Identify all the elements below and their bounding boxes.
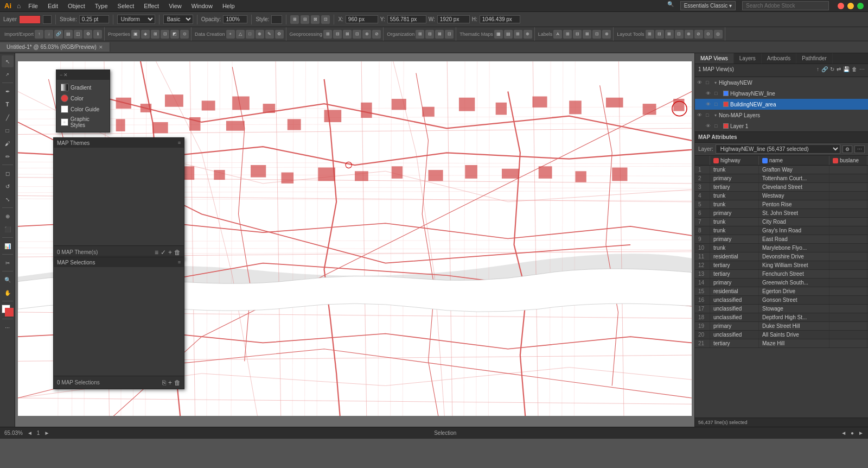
table-row[interactable]: 11 residential Devonshire Drive xyxy=(695,252,868,261)
mv-save-btn[interactable]: 💾 xyxy=(843,66,850,72)
lt-btn-6[interactable]: ⊘ xyxy=(694,30,703,39)
canvas-area[interactable]: − ✕ Gradient Color Color Guide ≡ xyxy=(15,53,694,427)
link-btn[interactable]: 🔗 xyxy=(54,30,63,39)
gradient-item[interactable]: Gradient xyxy=(59,82,107,93)
map-selections-options-btn[interactable]: ≡ xyxy=(178,260,181,265)
map-attributes-table[interactable]: highway name buslane 1 trunk Grafton Way xyxy=(695,156,868,418)
align-btn-2[interactable]: ⊟ xyxy=(301,15,309,24)
mv-link-btn[interactable]: 🔗 xyxy=(821,66,828,72)
mv-delete-btn[interactable]: 🗑 xyxy=(852,66,857,72)
layer-row-highwaynew[interactable]: 👁 □ ▾ HighwayNEW xyxy=(695,77,868,88)
geo-btn-4[interactable]: ⊡ xyxy=(353,30,361,39)
sel-del-btn[interactable]: 🗑 xyxy=(174,379,181,387)
org-btn-1[interactable]: ⊞ xyxy=(416,30,424,39)
layer-row-nonmap[interactable]: 👁 □ ▾ Non-MAP Layers xyxy=(695,110,868,121)
org-btn-4[interactable]: ⊡ xyxy=(445,30,454,39)
table-row[interactable]: 7 trunk City Road xyxy=(695,218,868,226)
table-row[interactable]: 20 unclassified All Saints Drive xyxy=(695,331,868,339)
dc-btn-4[interactable]: ⊕ xyxy=(256,30,264,39)
scale-tool[interactable]: ⤡ xyxy=(2,193,14,205)
layer-row-buildingnew[interactable]: 👁 □ BuildingNEW_area xyxy=(695,99,868,110)
table-row[interactable]: 18 unclassified Deptford High St... xyxy=(695,313,868,322)
mv-sync-btn[interactable]: ⇄ xyxy=(837,66,841,72)
essentials-dropdown[interactable]: Essentials Classic ▾ xyxy=(680,1,736,10)
map-themes-check-btn[interactable]: ✓ xyxy=(161,249,166,256)
sel-add-btn[interactable]: + xyxy=(168,379,172,387)
org-btn-3[interactable]: ⊠ xyxy=(435,30,444,39)
map-themes-del-btn[interactable]: 🗑 xyxy=(174,249,181,256)
table-row[interactable]: 21 tertiary Maze Hill xyxy=(695,339,868,348)
window-maximize-btn[interactable] xyxy=(857,3,864,9)
dc-btn-1[interactable]: + xyxy=(226,30,235,39)
lt-btn-1[interactable]: ⊞ xyxy=(646,30,654,39)
menu-window[interactable]: Window xyxy=(187,2,217,10)
stroke-value-input[interactable] xyxy=(79,15,109,23)
layer-row-layer1[interactable]: 👁 □ Layer 1 xyxy=(695,121,868,131)
prop-btn-2[interactable]: ◈ xyxy=(141,30,150,39)
graphic-styles-item[interactable]: ≡ Graphic Styles xyxy=(59,115,107,130)
info-btn[interactable]: ℹ xyxy=(93,30,102,39)
menu-view[interactable]: View xyxy=(164,2,186,10)
nav-prev-btn[interactable]: ◄ xyxy=(27,430,33,436)
tab-pathfinder[interactable]: Pathfinder xyxy=(796,53,833,64)
menu-object[interactable]: Object xyxy=(63,2,90,10)
mv-refresh-btn[interactable]: ↻ xyxy=(830,66,834,72)
map-selections-header[interactable]: MAP Selections ≡ xyxy=(54,257,184,267)
stroke-style-select[interactable]: Basic xyxy=(163,15,193,24)
tab-map-views[interactable]: MAP Views xyxy=(695,53,734,64)
map-themes-add-btn[interactable]: + xyxy=(168,249,172,256)
layer-color-swatch[interactable] xyxy=(19,15,41,24)
h-input[interactable] xyxy=(480,15,520,23)
tab-layers[interactable]: Layers xyxy=(734,53,762,64)
table-row[interactable]: 5 trunk Penton Rise xyxy=(695,200,868,209)
dc-btn-6[interactable]: ⚙ xyxy=(275,30,284,39)
layer-row-highwaynew-line[interactable]: 👁 □ HighwayNEW_line xyxy=(695,88,868,99)
mv-upload-btn[interactable]: ↑ xyxy=(816,66,819,72)
table-row[interactable]: 9 primary East Road xyxy=(695,235,868,244)
panel-minimize-btn[interactable]: − xyxy=(60,72,62,78)
table-row[interactable]: 15 residential Egerton Drive xyxy=(695,287,868,296)
layer-visibility-building[interactable]: 👁 xyxy=(706,102,714,107)
layer-expand-highwaynew[interactable]: ▾ xyxy=(714,80,717,85)
shape-builder-tool[interactable]: ⊕ xyxy=(2,210,14,222)
layer-visibility-nonmap[interactable]: 👁 xyxy=(697,112,706,118)
prop-btn-4[interactable]: ⊡ xyxy=(161,30,169,39)
stroke-type-select[interactable]: Uniform xyxy=(117,15,155,24)
layer-lock-building[interactable]: □ xyxy=(714,102,723,107)
org-btn-2[interactable]: ⊟ xyxy=(425,30,434,39)
map-themes-list-btn[interactable]: ≡ xyxy=(155,249,158,256)
table-row[interactable]: 19 primary Duke Street Hill xyxy=(695,322,868,331)
table-row[interactable]: 17 unclassified Stowage xyxy=(695,305,868,313)
table-row[interactable]: 8 trunk Gray's Inn Road xyxy=(695,226,868,235)
tm-btn-2[interactable]: ▤ xyxy=(504,30,513,39)
tm-btn-3[interactable]: ⊞ xyxy=(514,30,522,39)
tab-artboards[interactable]: Artboards xyxy=(762,53,796,64)
w-input[interactable] xyxy=(437,15,470,23)
prop-btn-5[interactable]: ◩ xyxy=(170,30,179,39)
table-row[interactable]: 16 unclassified Gonson Street xyxy=(695,296,868,305)
line-tool[interactable]: ╱ xyxy=(2,111,14,123)
y-input[interactable] xyxy=(387,15,426,23)
table-row[interactable]: 12 tertiary King William Street xyxy=(695,261,868,270)
align-btn[interactable]: ⊞ xyxy=(290,15,299,24)
type-tool[interactable]: T xyxy=(2,98,14,110)
table-row[interactable]: 2 primary Tottenham Court... xyxy=(695,174,868,183)
ma-layer-more-btn[interactable]: ⋯ xyxy=(854,146,865,153)
pen-tool[interactable]: ✒ xyxy=(2,85,14,97)
pencil-tool[interactable]: ✏ xyxy=(2,150,14,162)
settings-btn[interactable]: ⚙ xyxy=(84,30,92,39)
ma-layer-select[interactable]: HighwayNEW_line (56,437 selected) xyxy=(716,144,840,154)
layer-visibility-line[interactable]: 👁 xyxy=(706,91,714,96)
gradient-panel-header[interactable]: − ✕ xyxy=(56,70,110,80)
lt-btn-3[interactable]: ⊠ xyxy=(665,30,674,39)
align-btn-3[interactable]: ⊠ xyxy=(311,15,320,24)
window-minimize-btn[interactable] xyxy=(847,3,854,9)
layer-options-btn[interactable] xyxy=(43,15,52,24)
lt-btn-4[interactable]: ⊡ xyxy=(675,30,684,39)
live-paint-tool[interactable]: ⬛ xyxy=(2,223,14,235)
style-swatch[interactable] xyxy=(271,15,282,24)
import-btn[interactable]: ↑ xyxy=(35,30,43,39)
lbl-btn-2[interactable]: ⊞ xyxy=(563,30,572,39)
lbl-btn-6[interactable]: ⊗ xyxy=(602,30,611,39)
document-tab[interactable]: Untitled-1* @ 65.03% (RGB/Preview) ✕ xyxy=(0,42,110,52)
